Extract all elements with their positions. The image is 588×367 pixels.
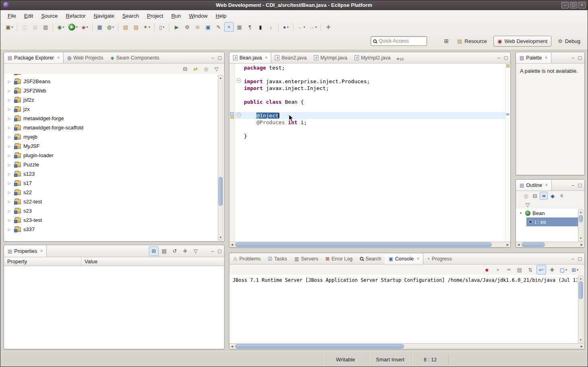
expand-arrow-icon[interactable]: ▷ bbox=[8, 126, 12, 130]
scroll-right-icon[interactable]: ▶ bbox=[505, 242, 510, 247]
mp-launch-icon[interactable]: ▣ bbox=[203, 22, 213, 32]
maximize-view-icon[interactable]: ▢ bbox=[578, 256, 582, 261]
minimize-view-icon[interactable]: – bbox=[571, 183, 574, 187]
new-wizard-icon[interactable]: ▣▾ bbox=[4, 22, 14, 32]
resume-icon[interactable]: ▶ bbox=[172, 22, 182, 32]
scroll-up-icon[interactable]: ▲ bbox=[578, 209, 583, 215]
fold-collapse-icon[interactable]: − bbox=[237, 78, 241, 83]
open-wizard-icon[interactable]: ▧ bbox=[121, 22, 130, 32]
terminate-icon[interactable]: ■ bbox=[482, 265, 492, 275]
close-tab-icon[interactable]: × bbox=[57, 55, 60, 60]
scroll-left-icon[interactable]: ◀ bbox=[229, 242, 235, 247]
save-icon[interactable]: ◫ bbox=[20, 22, 29, 32]
menu-navigate[interactable]: Navigate bbox=[90, 11, 118, 21]
annotation-ruler[interactable] bbox=[229, 64, 235, 242]
clipboard-icon[interactable]: ▯▾ bbox=[157, 22, 167, 32]
tree-item-jsf2z[interactable]: ▷jsf2z bbox=[4, 95, 224, 105]
outline-tab-outline[interactable]: ▤Outline× bbox=[516, 180, 552, 191]
tree-item-myejb[interactable]: ▷myejb bbox=[4, 132, 224, 141]
console-tab-servers[interactable]: ▥Servers bbox=[291, 253, 322, 264]
tree-item-s337[interactable]: ▷s337 bbox=[4, 225, 224, 234]
open-perspective-icon[interactable]: ⊞ bbox=[442, 37, 451, 45]
scroll-right-icon[interactable]: ▶ bbox=[579, 242, 584, 247]
dropdown-arrow-icon[interactable]: ▾ bbox=[11, 25, 13, 29]
outline-horizontal-scrollbar[interactable]: ◀ ▶ bbox=[516, 242, 584, 247]
code-line[interactable]: import javax.inject.Inject; bbox=[235, 85, 505, 92]
pin-editor-icon[interactable]: ✚ bbox=[324, 22, 333, 32]
tree-item-s23[interactable]: ▷s23 bbox=[4, 206, 224, 215]
tree-item-jsf2web[interactable]: ▷JSF2Web bbox=[4, 86, 224, 95]
menu-project[interactable]: Project bbox=[143, 11, 167, 21]
minimize-view-icon[interactable]: – bbox=[211, 249, 214, 253]
minimize-view-icon[interactable]: – bbox=[571, 55, 574, 60]
remove-launch-icon[interactable]: × bbox=[493, 265, 503, 275]
outline-item-bean[interactable]: ▼ Bean bbox=[516, 209, 584, 217]
tree-item-jzx[interactable]: ▷jzx bbox=[4, 105, 224, 114]
minimize-view-icon[interactable]: – bbox=[571, 256, 574, 261]
scrollbar-thumb[interactable] bbox=[579, 281, 583, 299]
build-settings-icon[interactable]: ⚙ bbox=[182, 22, 192, 32]
code-line[interactable]: import javax.enterprise.inject.Produces; bbox=[235, 78, 505, 85]
collapse-arrow-icon[interactable]: ▼ bbox=[519, 211, 523, 215]
explorer-vertical-scrollbar[interactable]: ▲ ▼ bbox=[218, 75, 223, 240]
tree-item-puzzle[interactable]: ▷Puzzle bbox=[4, 160, 224, 169]
scroll-down-icon[interactable]: ▼ bbox=[578, 236, 583, 241]
more-editor-tabs[interactable]: » 12 bbox=[394, 52, 406, 63]
close-tab-icon[interactable]: × bbox=[40, 249, 43, 253]
explorer-tab-seam-components[interactable]: ◈Seam Components bbox=[107, 52, 163, 63]
maximize-view-icon[interactable]: ▢ bbox=[504, 55, 508, 60]
expand-arrow-icon[interactable]: ▷ bbox=[8, 107, 12, 111]
scroll-up-icon[interactable]: ▲ bbox=[578, 276, 583, 281]
focus-task-icon[interactable]: ◎ bbox=[201, 64, 211, 74]
menu-edit[interactable]: Edit bbox=[20, 11, 37, 21]
menu-help[interactable]: Help bbox=[212, 11, 231, 21]
tree-item-s22-test[interactable]: ▷s22-test bbox=[4, 197, 224, 206]
minimize-view-icon[interactable]: – bbox=[211, 55, 214, 60]
remove-all-launches-icon[interactable]: ×× bbox=[504, 265, 514, 275]
scrollbar-thumb[interactable] bbox=[235, 344, 404, 349]
minimize-view-icon[interactable]: – bbox=[497, 55, 500, 60]
collapse-all-icon[interactable]: ⊟ bbox=[180, 64, 190, 74]
new-web-class-icon[interactable]: ◍▾ bbox=[105, 22, 116, 32]
menu-run[interactable]: Run bbox=[167, 11, 185, 21]
expand-arrow-icon[interactable]: ▷ bbox=[8, 191, 12, 195]
editor-tab-myimpl2-java[interactable]: JMyImpl2.java bbox=[351, 52, 394, 63]
dropdown-arrow-icon[interactable]: ▾ bbox=[87, 25, 88, 29]
hide-fields-icon[interactable]: ◆ bbox=[549, 192, 557, 200]
maximize-view-icon[interactable]: ▢ bbox=[578, 55, 582, 60]
console-horizontal-scrollbar[interactable]: ◀ ▶ bbox=[229, 343, 584, 349]
close-tab-icon[interactable]: × bbox=[417, 256, 419, 261]
tree-item-metawidget-forge-scaffold[interactable]: ▷metawidget-forge-scaffold bbox=[4, 123, 224, 132]
tree-item-metawidget-forge[interactable]: ▷metawidget-forge bbox=[4, 114, 224, 123]
scroll-lock-icon[interactable]: ⇅ bbox=[526, 265, 535, 275]
expand-arrow-icon[interactable]: ▷ bbox=[8, 154, 12, 158]
expand-arrow-icon[interactable]: ▷ bbox=[8, 200, 12, 204]
display-selected-console-icon[interactable]: ▢▾ bbox=[558, 265, 569, 275]
tree-item-plugin-loader[interactable]: ▷plugin-loader bbox=[4, 151, 224, 160]
scrollbar-thumb[interactable] bbox=[522, 242, 545, 247]
editor-tab-myimpl-java[interactable]: JMyImpl.java bbox=[310, 52, 351, 63]
view-menu-icon[interactable]: ▽ bbox=[191, 246, 200, 256]
menu-refactor[interactable]: Refactor bbox=[62, 11, 90, 21]
skip-breakpoints-icon[interactable]: ⊘ bbox=[193, 22, 202, 32]
tree-item-s123[interactable]: ▷s123 bbox=[4, 169, 224, 178]
expand-arrow-icon[interactable]: ▷ bbox=[8, 98, 12, 102]
close-tab-icon[interactable]: × bbox=[545, 55, 547, 60]
debug-icon[interactable]: ◉▾ bbox=[56, 22, 66, 32]
code-line[interactable]: public class Bean { bbox=[235, 98, 505, 105]
import-icon[interactable]: ▨ bbox=[131, 22, 141, 32]
view-menu-icon[interactable]: ▽ bbox=[524, 201, 532, 209]
dropdown-arrow-icon[interactable]: ▾ bbox=[565, 268, 567, 272]
expand-arrow-icon[interactable]: ▷ bbox=[8, 218, 12, 222]
close-tab-icon[interactable]: × bbox=[545, 183, 548, 187]
outline-selected-item[interactable]: i : int bbox=[526, 217, 578, 226]
menu-file[interactable]: File bbox=[4, 11, 20, 21]
tree-item-myjsf[interactable]: ▷MyJSF bbox=[4, 141, 224, 151]
properties-table-body[interactable] bbox=[4, 266, 224, 349]
dropdown-arrow-icon[interactable]: ▾ bbox=[63, 25, 64, 29]
back-icon[interactable]: ←▾ bbox=[296, 22, 307, 32]
restore-default-icon[interactable]: ↺ bbox=[170, 246, 179, 256]
expand-arrow-icon[interactable]: ▷ bbox=[8, 89, 12, 93]
show-categories-icon[interactable]: ⊞ bbox=[149, 246, 159, 256]
web-page-editor-icon[interactable]: ✎ bbox=[214, 22, 223, 32]
